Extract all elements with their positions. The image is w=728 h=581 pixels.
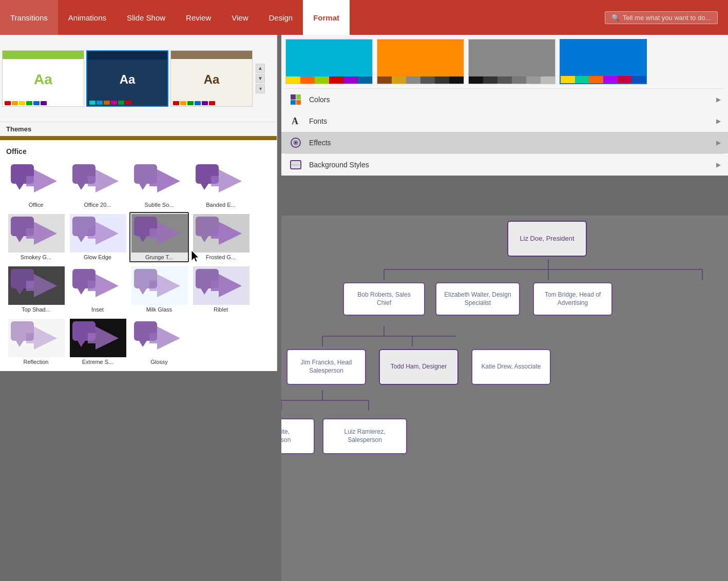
theme-item-bandede[interactable]: Banded E... xyxy=(191,160,251,210)
theme-item-reflection[interactable]: Reflection xyxy=(6,317,66,367)
tab-design[interactable]: Design xyxy=(259,0,303,35)
themes-label: Themes xyxy=(0,122,277,136)
fonts-arrow: ▶ xyxy=(716,118,721,125)
tab-review[interactable]: Review xyxy=(176,0,221,35)
org-node-jim[interactable]: Jim Francks, Head Salesperson xyxy=(286,349,366,385)
scroll-arrows: ▲ ▼ ▾ xyxy=(256,64,265,93)
right-panel: Colors ▶ A Fonts ▶ Effects ▶ xyxy=(281,35,728,176)
theme-item-glowedge[interactable]: Glow Edge xyxy=(68,212,127,262)
scroll-expand[interactable]: ▾ xyxy=(256,84,265,93)
menu-bg-styles[interactable]: Background Styles ▶ xyxy=(281,154,728,176)
search-placeholder: Tell me what you want to do... xyxy=(623,14,711,22)
org-node-luiz-text: Luiz Ramierez, Salesperson xyxy=(330,428,400,444)
tab-transitions[interactable]: Transitions xyxy=(0,0,58,35)
theme-item-extremes[interactable]: Extreme S... xyxy=(68,317,127,367)
org-node-elizabeth-text: Elizabeth Walter, Design Specialist xyxy=(443,291,513,307)
theme-item-inset[interactable]: Inset xyxy=(68,264,127,315)
org-node-todd[interactable]: Todd Ham, Designer xyxy=(379,349,458,385)
bg-styles-label: Background Styles xyxy=(309,161,710,169)
org-node-katie-text: Katie Drew, Associate xyxy=(481,363,541,371)
org-node-tom-text: Tom Bridge, Head of Advertising xyxy=(540,291,605,307)
search-icon: 🔍 xyxy=(611,14,620,22)
swatches-row xyxy=(281,35,728,86)
effects-arrow: ▶ xyxy=(716,139,721,146)
theme-item-milkglass[interactable]: Milk Glass xyxy=(129,264,189,315)
color-swatch-3[interactable] xyxy=(468,39,555,84)
theme-item-office20[interactable]: Office 20... xyxy=(68,160,127,210)
tab-format[interactable]: Format xyxy=(303,0,350,35)
svg-text:A: A xyxy=(292,116,298,126)
org-node-elizabeth[interactable]: Elizabeth Walter, Design Specialist xyxy=(435,282,520,316)
ribbon: Transitions Animations Slide Show Review… xyxy=(0,0,728,35)
bg-styles-arrow: ▶ xyxy=(716,161,721,168)
org-node-bob-text: Bob Roberts, Sales Chief xyxy=(350,291,418,307)
org-chart-area: Liz Doe, President Bob Roberts, Sales Ch… xyxy=(281,216,728,581)
org-node-tom[interactable]: Tom Bridge, Head of Advertising xyxy=(533,282,612,316)
org-node-todd-text: Todd Ham, Designer xyxy=(391,363,447,371)
tab-animations[interactable]: Animations xyxy=(58,0,117,35)
thumbnail-theme-3[interactable]: Aa xyxy=(170,50,253,107)
svg-rect-61 xyxy=(296,94,301,100)
design-panel: Aa Aa xyxy=(0,35,277,371)
org-node-bob[interactable]: Bob Roberts, Sales Chief xyxy=(343,282,425,316)
org-node-beth-text: Beth White, Salesperson xyxy=(281,428,308,444)
colors-icon xyxy=(289,92,303,107)
search-box[interactable]: 🔍 Tell me what you want to do... xyxy=(605,11,718,24)
menu-colors[interactable]: Colors ▶ xyxy=(281,89,728,110)
tab-slideshow[interactable]: Slide Show xyxy=(117,0,176,35)
effects-label: Effects xyxy=(309,139,710,147)
fonts-icon: A xyxy=(289,114,303,128)
theme-item-glossy[interactable]: Glossy xyxy=(129,317,189,367)
themes-row: Aa Aa xyxy=(0,35,277,122)
themes-grid: Office Office 20... Subtle So... Banded … xyxy=(6,160,271,367)
theme-item-subtleso[interactable]: Subtle So... xyxy=(129,160,189,210)
color-swatch-2[interactable] xyxy=(377,39,464,84)
menu-fonts[interactable]: A Fonts ▶ xyxy=(281,110,728,132)
office-header: Office xyxy=(6,144,271,160)
svg-rect-63 xyxy=(296,100,301,105)
scroll-down[interactable]: ▼ xyxy=(256,74,265,83)
theme-item-topshad[interactable]: Top Shad... xyxy=(6,264,66,315)
org-node-jim-text: Jim Francks, Head Salesperson xyxy=(294,359,359,375)
office-section: Office Office Office 20... Subtle So... xyxy=(0,140,277,371)
fonts-label: Fonts xyxy=(309,117,710,125)
colors-label: Colors xyxy=(309,95,710,104)
svg-rect-60 xyxy=(291,94,296,100)
theme-item-riblet[interactable]: Riblet xyxy=(191,264,251,315)
tab-view[interactable]: View xyxy=(221,0,258,35)
color-swatch-4[interactable] xyxy=(560,39,647,84)
theme-item-frostedg[interactable]: Frosted G... xyxy=(191,212,251,262)
org-node-luiz[interactable]: Luiz Ramierez, Salesperson xyxy=(322,418,407,454)
colors-arrow: ▶ xyxy=(716,96,721,103)
org-node-liz-text: Liz Doe, President xyxy=(520,235,574,243)
effects-icon xyxy=(289,135,303,150)
thumbnail-theme-1[interactable]: Aa xyxy=(2,50,84,107)
color-swatch-1[interactable] xyxy=(285,39,373,84)
scroll-up[interactable]: ▲ xyxy=(256,64,265,73)
sep-bar xyxy=(0,136,277,140)
org-lines xyxy=(281,216,728,581)
svg-rect-62 xyxy=(291,100,296,105)
menu-effects[interactable]: Effects ▶ xyxy=(281,132,728,153)
theme-item-grunget[interactable]: Grunge T... xyxy=(129,212,189,262)
bg-styles-icon xyxy=(289,158,303,172)
svg-point-67 xyxy=(295,142,297,144)
theme-item-office[interactable]: Office xyxy=(6,160,66,210)
org-node-katie[interactable]: Katie Drew, Associate xyxy=(471,349,551,385)
theme-item-smokeyg[interactable]: Smokey G... xyxy=(6,212,66,262)
org-node-liz[interactable]: Liz Doe, President xyxy=(507,221,587,257)
thumbnail-theme-2[interactable]: Aa xyxy=(86,50,168,107)
org-node-beth[interactable]: Beth White, Salesperson xyxy=(281,418,315,454)
